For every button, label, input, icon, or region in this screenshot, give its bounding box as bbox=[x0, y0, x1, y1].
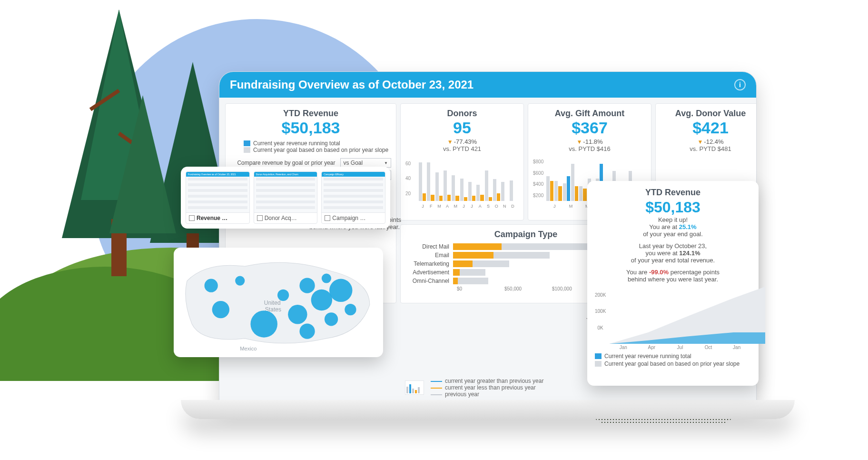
svg-point-17 bbox=[299, 278, 315, 293]
ytd-revenue-popover: YTD Revenue $50,183 Keep it up! You are … bbox=[587, 181, 759, 386]
tab-revenue[interactable]: Fundraising Overview as of October 23, 2… bbox=[186, 171, 250, 224]
svg-point-14 bbox=[250, 310, 277, 338]
donors-delta: -77.43% bbox=[454, 138, 477, 145]
donors-card: Donors 95 ▼-77.43% vs. PYTD 421 604020 J… bbox=[400, 103, 524, 220]
svg-point-12 bbox=[212, 301, 229, 318]
grid-icon bbox=[189, 215, 195, 221]
ytd-pop-title: YTD Revenue bbox=[595, 188, 751, 198]
svg-marker-7 bbox=[109, 95, 176, 233]
legend-grey: Current year goal based on based on prio… bbox=[253, 147, 388, 153]
legend-thumb-icon bbox=[405, 380, 424, 395]
ytd-title: YTD Revenue bbox=[230, 109, 391, 119]
compare-label: Compare revenue by goal or prior year bbox=[230, 160, 335, 166]
grid-icon bbox=[325, 215, 330, 221]
svg-point-13 bbox=[235, 276, 245, 285]
avg-gift-value: $367 bbox=[533, 119, 646, 137]
ytd-area-chart: 200K100K0K bbox=[595, 287, 751, 344]
dashboard-header: Fundraising Overview as of October 23, 2… bbox=[219, 72, 756, 98]
donors-value: 95 bbox=[405, 119, 519, 137]
svg-point-22 bbox=[322, 273, 331, 283]
avg-donor-delta: -12.4% bbox=[704, 138, 723, 145]
info-icon[interactable]: i bbox=[734, 79, 746, 90]
avg-gift-title: Avg. Gift Amount bbox=[533, 109, 646, 119]
dashboard-title: Fundraising Overview as of October 23, 2… bbox=[230, 78, 734, 91]
legend-blue: Current year revenue running total bbox=[253, 140, 340, 147]
avg-donor-title: Avg. Donor Value bbox=[661, 109, 757, 119]
donor-map-popover[interactable]: United States Mexico bbox=[174, 248, 383, 357]
svg-point-16 bbox=[288, 305, 307, 324]
page-tabs-popover: Fundraising Overview as of October 23, 2… bbox=[181, 167, 390, 229]
avg-donor-value: $421 bbox=[661, 119, 757, 137]
tab-donor-acq[interactable]: Donor Acquisition, Retention, and Churn … bbox=[254, 171, 318, 224]
donors-title: Donors bbox=[405, 109, 519, 119]
ytd-keep: Keep it up! bbox=[595, 216, 751, 223]
svg-text:United: United bbox=[264, 300, 281, 306]
grid-icon bbox=[257, 215, 263, 221]
compare-select[interactable]: vs Goal▼ bbox=[340, 158, 392, 168]
svg-point-23 bbox=[299, 323, 315, 339]
ytd-value: $50,183 bbox=[230, 119, 391, 137]
ytd-pop-value: $50,183 bbox=[595, 199, 751, 216]
avg-gift-delta: -11.8% bbox=[583, 138, 602, 145]
footer-orange: current year less than previous year bbox=[445, 384, 536, 391]
tab-campaign[interactable]: Campaign Efficacy Campaign … bbox=[321, 171, 385, 224]
svg-point-21 bbox=[345, 304, 356, 315]
footer-grey: previous year bbox=[445, 391, 479, 398]
avg-gift-sub: vs. PYTD $416 bbox=[533, 145, 646, 152]
donors-sub: vs. PYTD 421 bbox=[405, 145, 519, 152]
svg-text:Mexico: Mexico bbox=[240, 346, 256, 351]
footer-legend: current year greater than previous year … bbox=[405, 378, 543, 398]
footer-blue: current year greater than previous year bbox=[445, 378, 543, 384]
svg-point-20 bbox=[329, 279, 352, 302]
svg-point-11 bbox=[205, 279, 218, 292]
svg-point-15 bbox=[277, 290, 289, 301]
svg-point-19 bbox=[325, 312, 338, 326]
svg-point-18 bbox=[311, 290, 332, 310]
avg-donor-sub: vs. PYTD $481 bbox=[661, 145, 757, 152]
donors-chart: 604020 JFMAMJJASOND bbox=[405, 156, 519, 209]
